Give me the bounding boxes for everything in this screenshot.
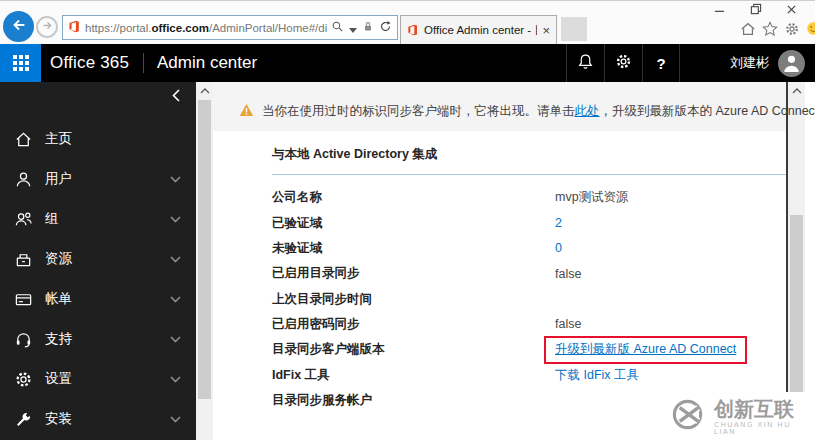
restore-button[interactable] bbox=[742, 2, 769, 17]
forward-button[interactable] bbox=[36, 16, 58, 38]
minimize-icon bbox=[714, 1, 725, 19]
search-icon[interactable] bbox=[331, 19, 344, 37]
gear-icon bbox=[615, 53, 632, 74]
waffle-icon bbox=[13, 55, 29, 71]
tab-close-icon[interactable]: × bbox=[542, 24, 550, 37]
warning-here-link[interactable]: 此处 bbox=[575, 104, 600, 118]
smiley-icon bbox=[806, 21, 815, 40]
avatar[interactable] bbox=[778, 50, 805, 77]
watermark-logo-icon bbox=[670, 396, 707, 437]
restore-icon bbox=[750, 1, 762, 19]
tools-button[interactable] bbox=[782, 21, 801, 40]
settings-button[interactable] bbox=[604, 44, 642, 82]
home-button[interactable] bbox=[738, 21, 757, 40]
address-bar[interactable]: https://portal.office.com/AdminPortal/Ho… bbox=[62, 15, 398, 40]
row-label: 目录同步服务帐户 bbox=[272, 392, 555, 409]
upgrade-azure-ad-connect-link[interactable]: 升级到最新版 Azure AD Connect bbox=[555, 342, 736, 356]
watermark-subtitle: CHUANG XIN HU LIAN bbox=[714, 421, 815, 435]
bell-icon bbox=[577, 53, 594, 74]
user-name: 刘建彬 bbox=[730, 54, 769, 72]
idfix-download-link[interactable]: 下载 IdFix 工具 bbox=[555, 367, 639, 384]
row-label: 已启用目录同步 bbox=[272, 265, 555, 282]
section-divider bbox=[272, 174, 786, 175]
settings-icon bbox=[13, 369, 33, 389]
header-divider bbox=[143, 53, 144, 73]
browser-tab[interactable]: Office Admin center - 目录... × bbox=[400, 15, 557, 45]
browser-chrome: https://portal.office.com/AdminPortal/Ho… bbox=[0, 0, 815, 44]
users-icon bbox=[13, 169, 33, 189]
tab-office-logo-icon bbox=[407, 22, 419, 40]
verified-domains-link[interactable]: 2 bbox=[555, 216, 562, 230]
sidebar-item-home[interactable]: 主页 bbox=[0, 119, 196, 159]
resources-icon bbox=[13, 249, 33, 269]
sidebar: 主页 用户 组 资源 帐单 支持 设置 bbox=[0, 82, 196, 440]
o365-header: Office 365 Admin center ? 刘建彬 bbox=[0, 44, 815, 82]
chevron-left-icon bbox=[172, 88, 180, 106]
row-label: 已启用密码同步 bbox=[272, 316, 555, 333]
groups-icon bbox=[13, 209, 33, 229]
scrollbar-thumb[interactable] bbox=[198, 100, 211, 399]
person-icon bbox=[781, 52, 802, 77]
scrollbar-up-button[interactable] bbox=[788, 82, 805, 99]
billing-icon bbox=[13, 289, 33, 309]
sidebar-item-resources[interactable]: 资源 bbox=[0, 239, 196, 279]
table-row: 已启用目录同步 false bbox=[272, 261, 786, 286]
scrollbar-up-button[interactable] bbox=[196, 82, 213, 99]
row-label: 目录同步客户端版本 bbox=[272, 341, 555, 358]
warning-icon bbox=[239, 103, 254, 121]
chevron-down-icon bbox=[170, 296, 181, 303]
brand-title[interactable]: Office 365 bbox=[50, 44, 129, 82]
scrollbar-thumb[interactable] bbox=[790, 215, 803, 395]
favorites-button[interactable] bbox=[760, 21, 779, 40]
table-row: 未验证域 0 bbox=[272, 236, 786, 261]
watermark: 创新互联 CHUANG XIN HU LIAN bbox=[659, 392, 815, 440]
support-icon bbox=[13, 329, 33, 349]
warning-text: 当你在使用过时的标识同步客户端时，它将出现。请单击此处，升级到最新版本的 Azu… bbox=[262, 103, 815, 120]
close-icon bbox=[786, 1, 797, 19]
new-tab-button[interactable] bbox=[561, 17, 587, 41]
close-window-button[interactable] bbox=[778, 2, 805, 17]
integration-section-title: 与本地 Active Directory 集成 bbox=[272, 146, 437, 163]
table-row: 目录同步客户端版本 升级到最新版 Azure AD Connect bbox=[272, 337, 786, 362]
home-icon bbox=[13, 129, 33, 149]
sidebar-item-settings[interactable]: 设置 bbox=[0, 359, 196, 399]
help-button[interactable]: ? bbox=[642, 44, 680, 82]
chevron-down-icon bbox=[170, 376, 181, 383]
setup-icon bbox=[13, 409, 33, 429]
notifications-button[interactable] bbox=[566, 44, 604, 82]
sidebar-item-billing[interactable]: 帐单 bbox=[0, 279, 196, 319]
lock-icon bbox=[362, 19, 374, 37]
feedback-button[interactable] bbox=[804, 21, 815, 40]
sidebar-item-users[interactable]: 用户 bbox=[0, 159, 196, 199]
refresh-icon[interactable] bbox=[379, 19, 392, 37]
help-icon: ? bbox=[656, 55, 665, 72]
page-scrollbar[interactable] bbox=[788, 82, 805, 440]
sidebar-item-groups[interactable]: 组 bbox=[0, 199, 196, 239]
collapse-sidebar-button[interactable] bbox=[169, 90, 183, 104]
url-text: https://portal.office.com/AdminPortal/Ho… bbox=[85, 22, 327, 34]
row-label: 公司名称 bbox=[272, 189, 555, 206]
forward-arrow-icon bbox=[41, 18, 54, 36]
app-launcher-button[interactable] bbox=[0, 44, 41, 82]
content-scrollbar[interactable] bbox=[196, 82, 213, 440]
warning-banner: 当你在使用过时的标识同步客户端时，它将出现。请单击此处，升级到最新版本的 Azu… bbox=[213, 82, 786, 131]
tab-title: Office Admin center - 目录... bbox=[424, 23, 537, 38]
home-icon bbox=[740, 21, 756, 41]
table-row: 已启用密码同步 false bbox=[272, 312, 786, 337]
row-label: 上次目录同步时间 bbox=[272, 291, 555, 308]
account-area[interactable]: 刘建彬 bbox=[730, 44, 805, 82]
row-label: 未验证域 bbox=[272, 240, 555, 257]
sidebar-item-support[interactable]: 支持 bbox=[0, 319, 196, 359]
back-arrow-icon bbox=[10, 16, 28, 38]
table-row: 上次目录同步时间 bbox=[272, 286, 786, 311]
table-row: 已验证域 2 bbox=[272, 210, 786, 235]
sidebar-item-setup[interactable]: 安装 bbox=[0, 399, 196, 439]
row-value: false bbox=[555, 267, 581, 281]
minimize-button[interactable] bbox=[706, 2, 733, 17]
office-logo-icon bbox=[68, 19, 81, 37]
unverified-domains-link[interactable]: 0 bbox=[555, 241, 562, 255]
back-button[interactable] bbox=[3, 11, 34, 42]
table-row: 公司名称 mvp测试资源 bbox=[272, 185, 786, 210]
caret-down-icon[interactable] bbox=[349, 19, 357, 37]
row-label: 已验证域 bbox=[272, 215, 555, 232]
